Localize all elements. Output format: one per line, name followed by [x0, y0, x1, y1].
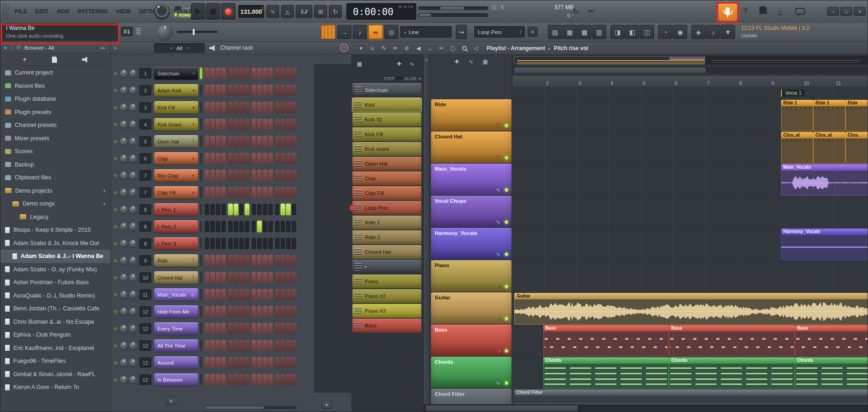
pattern-item[interactable]: Ride 1	[352, 216, 421, 229]
channel-pan-knob[interactable]	[120, 223, 128, 230]
step-cell[interactable]	[216, 306, 220, 317]
step-cell[interactable]	[228, 119, 233, 130]
step-cell[interactable]	[257, 119, 262, 130]
pattern-item[interactable]: •	[352, 260, 421, 274]
maximize-button[interactable]: □	[840, 7, 852, 16]
step-cell[interactable]	[286, 136, 291, 147]
step-cell[interactable]	[263, 306, 267, 317]
channel-button[interactable]: Rev Clap∗	[154, 169, 198, 182]
menu-view[interactable]: VIEW	[112, 6, 135, 17]
channel-mixer-target[interactable]: 12	[139, 374, 151, 385]
channel-button[interactable]: L Perc 1♫	[154, 203, 198, 216]
step-cell[interactable]	[268, 187, 273, 198]
playlist-track-header[interactable]: Main_Vocals∿	[431, 164, 512, 195]
browser-item[interactable]: Benn Jordan (Th..- Cassette Cafe	[0, 302, 110, 315]
scrub-slider[interactable]	[418, 6, 488, 10]
step-cell[interactable]	[234, 102, 238, 113]
step-cell[interactable]	[228, 255, 233, 266]
step-cell[interactable]	[286, 374, 291, 385]
step-cell[interactable]	[275, 85, 280, 96]
step-cell[interactable]	[275, 255, 280, 266]
step-cell[interactable]	[228, 221, 233, 232]
browser-item[interactable]: Channel presets	[0, 119, 110, 132]
browser-item[interactable]: Demo projects▾	[0, 184, 110, 198]
export-icon[interactable]: ↓	[778, 6, 782, 15]
shuffle-slider[interactable]	[418, 13, 488, 17]
step-cell[interactable]	[234, 136, 238, 147]
countdown-button[interactable]: 3,2	[296, 5, 312, 18]
channel-mute-led[interactable]	[114, 89, 117, 92]
step-cell[interactable]	[257, 340, 262, 351]
playlist-clip[interactable]: Harmony_Vocals	[781, 229, 868, 260]
channel-volume-knob[interactable]	[129, 103, 137, 111]
channel-pan-knob[interactable]	[120, 291, 128, 298]
channel-mixer-target[interactable]: 3	[139, 102, 151, 113]
step-cell[interactable]	[221, 306, 226, 317]
step-cell[interactable]	[245, 136, 249, 147]
step-cell[interactable]	[257, 153, 262, 164]
step-cell[interactable]	[281, 119, 285, 130]
step-cell[interactable]	[210, 153, 215, 164]
channel-mute-led[interactable]	[114, 225, 117, 229]
step-cell[interactable]	[268, 238, 273, 249]
step-cell[interactable]	[234, 204, 238, 215]
step-cell[interactable]	[257, 306, 262, 317]
close-button[interactable]: ×	[854, 7, 866, 16]
channel-volume-knob[interactable]	[129, 154, 137, 162]
browser-item[interactable]: Plugin presets	[0, 106, 110, 119]
step-cell[interactable]	[281, 306, 285, 317]
playlist-clip[interactable]: Clos..at	[781, 132, 813, 164]
file-icon[interactable]	[52, 57, 57, 63]
channel-volume-knob[interactable]	[129, 240, 137, 247]
step-cell[interactable]	[234, 68, 238, 79]
playlist-track-header[interactable]: Guitar♪	[431, 292, 512, 324]
slip-tool-icon[interactable]: ↔	[425, 44, 435, 53]
browser-item[interactable]: Asher Postman - Future Bass	[0, 276, 110, 289]
step-cell[interactable]	[228, 85, 233, 96]
pattern-item[interactable]: Kick snare	[352, 142, 421, 156]
step-cell[interactable]	[210, 119, 215, 130]
channel-mixer-target[interactable]: 12	[139, 357, 151, 368]
step-cell[interactable]	[281, 204, 285, 215]
grid-h-scrollbar-thumb[interactable]	[514, 68, 706, 73]
step-cell[interactable]	[286, 340, 291, 351]
step-cell[interactable]	[263, 221, 267, 232]
step-cell[interactable]	[281, 102, 285, 113]
step-cell[interactable]	[205, 136, 209, 147]
step-cell[interactable]	[263, 68, 267, 79]
playlist-clip[interactable]: Clos..at	[813, 132, 845, 164]
channel-select-strip[interactable]	[200, 289, 202, 300]
step-cell[interactable]	[252, 374, 256, 385]
step-cell[interactable]	[245, 153, 249, 164]
step-cell[interactable]	[221, 85, 226, 96]
step-cell[interactable]	[210, 102, 215, 113]
track-enable-led[interactable]	[505, 349, 508, 353]
step-cell[interactable]	[234, 255, 238, 266]
step-cell[interactable]	[292, 119, 296, 130]
toggle-playlist-button[interactable]: ▤	[548, 25, 562, 39]
feedback-chat-icon[interactable]	[795, 8, 805, 15]
step-cell[interactable]	[234, 323, 238, 334]
step-cell[interactable]	[205, 357, 209, 368]
step-cell[interactable]	[221, 272, 226, 283]
track-slide-icon[interactable]: ∿	[466, 57, 477, 66]
step-cell[interactable]	[239, 238, 244, 249]
channel-pan-knob[interactable]	[120, 86, 128, 94]
step-cell[interactable]	[252, 306, 256, 317]
step-cell[interactable]	[268, 102, 273, 113]
step-cell[interactable]	[221, 323, 226, 334]
step-cell[interactable]	[216, 153, 220, 164]
pattern-item[interactable]: Kick #2	[352, 113, 421, 126]
step-cell[interactable]	[210, 255, 215, 266]
playlist-track-header[interactable]: Vocal Chops∿	[431, 196, 512, 227]
channel-select-strip[interactable]	[200, 357, 202, 368]
channel-select-strip[interactable]	[200, 323, 202, 334]
channel-mute-led[interactable]	[114, 276, 117, 280]
step-cell[interactable]	[252, 289, 256, 300]
channel-mixer-target[interactable]: 8	[139, 204, 151, 215]
step-cell[interactable]	[216, 374, 220, 385]
toggle-channel-rack-button[interactable]: ▩	[577, 25, 592, 39]
channel-button[interactable]: Main_Vocals◎	[154, 288, 198, 301]
step-cell[interactable]	[205, 374, 209, 385]
browser-item[interactable]: Fuego96 - TimeFlies	[0, 355, 110, 368]
